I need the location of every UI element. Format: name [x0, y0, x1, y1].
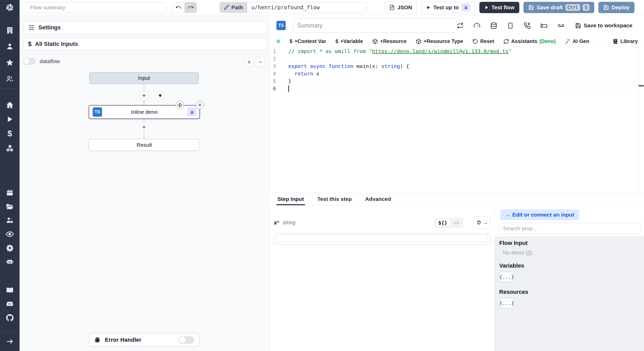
input-mode-toggle: ${} <> — [434, 218, 463, 228]
required-mark: * — [277, 219, 279, 226]
field-x-value-input[interactable] — [273, 233, 491, 245]
lifetime-button[interactable] — [557, 22, 565, 29]
arrow-right-icon: → — [483, 220, 488, 226]
error-handler-toggle[interactable] — [179, 336, 194, 344]
tab-advanced[interactable]: Advanced — [365, 193, 391, 205]
add-variable-button[interactable]: $ +Variable — [335, 38, 363, 44]
edit-or-connect-button[interactable]: ← Edit or connect an input — [500, 209, 579, 220]
all-static-inputs-label: All Static Inputs — [35, 41, 78, 47]
rail-github[interactable] — [4, 312, 15, 323]
test-up-to-button[interactable]: Test up to a — [421, 2, 475, 13]
tab-test-this-step[interactable]: Test this step — [317, 193, 352, 205]
connect-sections: Flow Input No items ([]) Variables {...}… — [495, 236, 644, 351]
save-to-workspace-button[interactable]: Save to workspace — [575, 22, 632, 29]
rail-workspace[interactable] — [4, 25, 15, 36]
reset-button[interactable]: Reset — [472, 38, 494, 44]
move-step-button[interactable] — [176, 101, 184, 109]
error-handler-node[interactable]: Error Handler — [89, 333, 199, 347]
step-id-badge: a — [188, 108, 196, 116]
expr-mode-button[interactable]: ${} — [435, 219, 450, 227]
path-input[interactable] — [247, 2, 367, 13]
undo-button[interactable] — [172, 2, 184, 13]
rail-runs[interactable] — [4, 114, 15, 125]
node-input[interactable]: Input — [89, 72, 199, 84]
tab-step-input[interactable]: Step Input — [277, 193, 304, 205]
rail-expand[interactable] — [4, 336, 15, 347]
zoom-out-button[interactable]: − — [256, 57, 265, 67]
editor-toolbar: $ +Context Var $ +Variable +Resource +Re… — [270, 36, 644, 47]
code-editor[interactable]: 1// import * as wmill from "https://deno… — [270, 47, 644, 193]
rail-audit[interactable] — [4, 228, 15, 240]
robot-icon — [5, 257, 14, 266]
add-context-var-button[interactable]: $ +Context Var — [290, 38, 326, 44]
save-icon — [528, 5, 534, 10]
rail-variables[interactable]: $ — [4, 128, 15, 139]
rail-docs[interactable] — [4, 285, 15, 296]
add-step-button-bottom[interactable] — [140, 123, 148, 132]
plus-icon — [141, 93, 147, 98]
flow-settings-button[interactable]: Settings — [23, 21, 267, 34]
deploy-button[interactable]: Deploy — [598, 2, 634, 13]
cache-button[interactable] — [490, 22, 497, 29]
resources-expand-button[interactable]: {...} — [499, 298, 514, 308]
code-mode-button[interactable]: <> — [450, 219, 462, 227]
path-edit-button[interactable]: Path — [220, 2, 247, 13]
json-button[interactable]: JSON — [384, 2, 417, 13]
rail-resources[interactable] — [4, 143, 15, 154]
add-resource-type-button[interactable]: +Resource Type — [416, 38, 463, 44]
delete-step-button[interactable]: ✕ — [196, 101, 204, 109]
add-trigger-button[interactable] — [156, 91, 165, 100]
code-line: 1// import * as wmill from "https://deno… — [270, 47, 638, 55]
pencil-icon — [224, 5, 229, 10]
connect-input-button[interactable]: → — [473, 217, 491, 229]
prop-search-input[interactable] — [499, 223, 641, 234]
library-button[interactable]: Library — [613, 38, 638, 44]
sleep-button[interactable] — [540, 22, 547, 29]
rail-folders[interactable] — [4, 201, 15, 212]
flow-summary-input[interactable] — [26, 2, 167, 13]
redo-button[interactable] — [184, 2, 197, 13]
windmill-flow-editor: $ — [0, 0, 644, 351]
assistants-button[interactable]: Assistants (Deno) — [503, 38, 555, 44]
rail-team[interactable] — [4, 73, 15, 84]
add-resource-button[interactable]: +Resource — [372, 38, 406, 44]
test-flow-button[interactable]: Test flow — [479, 2, 519, 13]
early-stop-button[interactable] — [473, 22, 480, 29]
variables-expand-button[interactable]: {...} — [499, 272, 514, 282]
rail-user[interactable] — [4, 41, 15, 52]
users-gear-icon — [6, 216, 14, 225]
package-icon — [372, 39, 378, 44]
minus-icon: − — [259, 58, 262, 66]
all-static-inputs-button[interactable]: $ All Static Inputs — [23, 38, 267, 50]
rail-home[interactable] — [4, 99, 15, 111]
star-icon — [6, 58, 14, 67]
add-step-button-top[interactable] — [140, 91, 148, 100]
dataflow-toggle[interactable] — [23, 58, 36, 65]
move-icon — [177, 102, 182, 108]
suspend-button[interactable] — [524, 22, 531, 29]
rail-discord[interactable] — [4, 298, 15, 310]
dollar-icon: $ — [7, 129, 12, 138]
ai-gen-button[interactable]: AI Gen — [565, 38, 589, 44]
phone-incoming-icon — [524, 22, 531, 29]
zoom-in-button[interactable]: + — [244, 57, 254, 67]
dollar-icon: $ — [335, 38, 338, 44]
save-draft-button[interactable]: Save draft Ctrl S — [523, 2, 594, 13]
overview-ruler — [638, 47, 644, 193]
retries-button[interactable] — [457, 22, 464, 29]
rail-workers[interactable] — [4, 256, 15, 267]
rail-groups[interactable] — [4, 215, 15, 226]
rail-favorites[interactable] — [4, 57, 15, 68]
mock-button[interactable] — [507, 22, 514, 29]
book-open-icon — [6, 286, 14, 294]
wand-icon — [565, 39, 571, 44]
lightning-icon — [158, 93, 163, 98]
test-flow-label: Test flow — [492, 4, 514, 11]
dollar-icon: $ — [290, 38, 292, 44]
windmill-logo[interactable] — [4, 2, 15, 13]
rail-settings[interactable] — [4, 242, 15, 254]
rail-schedules[interactable] — [4, 187, 15, 199]
node-result[interactable]: Result — [89, 139, 200, 151]
add-resource-label: +Resource — [380, 38, 406, 44]
step-summary-input[interactable] — [293, 18, 457, 33]
